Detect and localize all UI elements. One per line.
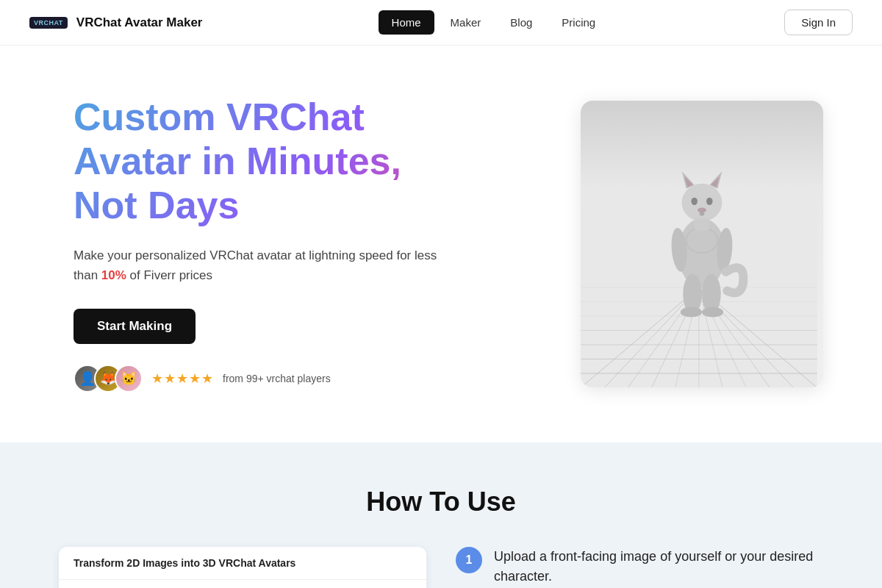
hero-content: Custom VRChat Avatar in Minutes, Not Day… [74, 96, 456, 392]
site-title: VRChat Avatar Maker [76, 15, 203, 30]
tab-input-tips[interactable]: Input Image Tips [182, 580, 304, 588]
social-proof: 👤 🦊 🐱 ★★★★★ from 99+ vrchat players [74, 365, 456, 392]
avatar-3: 🐱 [115, 365, 143, 392]
avatar-3d-model [643, 152, 761, 329]
tab-upload-image[interactable]: Upload Image [59, 580, 182, 588]
hero-highlight: 10% [101, 268, 126, 282]
svg-point-28 [698, 207, 706, 212]
svg-point-29 [700, 212, 705, 215]
svg-point-27 [706, 198, 713, 205]
step-number: 1 [456, 547, 482, 573]
nav-blog[interactable]: Blog [497, 10, 545, 35]
how-to-use-section: How To Use Transform 2D Images into 3D V… [0, 442, 882, 588]
app-header: Transform 2D Images into 3D VRChat Avata… [59, 547, 426, 580]
step-text: Upload a front-facing image of yourself … [494, 547, 823, 587]
3d-preview-box [581, 101, 823, 387]
proof-text: from 99+ vrchat players [223, 373, 331, 384]
how-content: Transform 2D Images into 3D VRChat Avata… [59, 547, 823, 588]
app-preview-card: Transform 2D Images into 3D VRChat Avata… [59, 547, 426, 588]
sign-in-button[interactable]: Sign In [784, 10, 853, 35]
how-title: How To Use [59, 487, 823, 517]
app-tabs: Upload Image Input Image Tips 3D Model P… [59, 580, 426, 588]
avatar-group: 👤 🦊 🐱 [74, 365, 143, 392]
logo-icon: VRCHAT [29, 17, 68, 29]
svg-rect-37 [695, 218, 710, 231]
hero-title: Custom VRChat Avatar in Minutes, Not Day… [74, 96, 456, 227]
nav-brand: VRCHAT VRChat Avatar Maker [29, 15, 202, 30]
hero-description: Make your personalized VRChat avatar at … [74, 245, 456, 285]
svg-point-26 [691, 198, 698, 205]
nav-links: Home Maker Blog Pricing [379, 10, 609, 35]
start-making-button[interactable]: Start Making [74, 309, 196, 344]
hero-desc-after: of Fiverr prices [126, 268, 212, 282]
nav-maker[interactable]: Maker [437, 10, 495, 35]
nav-pricing[interactable]: Pricing [548, 10, 609, 35]
hero-section: Custom VRChat Avatar in Minutes, Not Day… [0, 46, 882, 442]
step-1: 1 Upload a front-facing image of yoursel… [456, 547, 823, 587]
how-steps: 1 Upload a front-facing image of yoursel… [456, 547, 823, 587]
navbar: VRCHAT VRChat Avatar Maker Home Maker Bl… [0, 0, 882, 46]
hero-preview [581, 101, 823, 387]
star-rating: ★★★★★ [151, 370, 214, 387]
tab-3d-preview[interactable]: 3D Model Preview [304, 580, 426, 588]
svg-point-34 [681, 307, 702, 318]
nav-home[interactable]: Home [379, 10, 434, 35]
svg-point-35 [702, 307, 723, 318]
